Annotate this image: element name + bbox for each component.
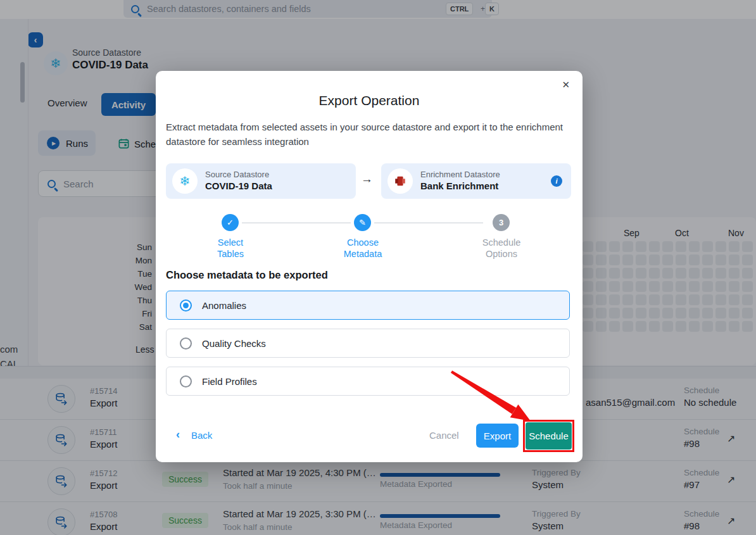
stepper-connector [374,222,483,223]
step-label: Choose [318,237,407,248]
annotation-arrow [443,363,538,426]
option-label: Quality Checks [202,338,266,349]
snowflake-icon: ❄ [172,168,198,194]
step-label: Metadata [318,248,407,260]
card-name: Bank Enrichment [420,180,498,191]
option-anomalies[interactable]: Anomalies [166,291,570,320]
back-button[interactable]: Back [191,430,212,441]
step-label: Options [457,248,546,260]
radio-unselected-icon[interactable] [180,375,192,387]
pencil-icon: ✎ [359,218,366,227]
step-label: Schedule [457,237,546,248]
option-label: Anomalies [202,300,246,311]
close-icon[interactable]: ✕ [562,79,570,91]
export-button[interactable]: Export [476,424,519,448]
info-icon[interactable]: i [551,175,562,187]
card-name: COVID-19 Data [205,180,272,191]
radio-unselected-icon[interactable] [180,337,192,349]
step-label: Tables [186,248,275,260]
check-icon: ✓ [227,218,234,227]
step-select-tables-circle: ✓ [222,214,239,231]
card-label: Enrichment Datastore [420,170,500,179]
card-label: Source Datastore [205,170,269,179]
enrichment-datastore-card: Enrichment Datastore Bank Enrichment i [381,163,571,199]
arrow-right-icon: → [361,172,373,186]
back-chevron-icon: ‹ [176,428,180,441]
section-heading: Choose metadata to be exported [166,269,328,281]
cancel-button[interactable]: Cancel [429,430,459,441]
source-datastore-card: ❄ Source Datastore COVID-19 Data [166,163,356,199]
stepper-connector [242,222,351,223]
option-quality-checks[interactable]: Quality Checks [166,329,570,358]
step-label: Select [186,237,275,248]
modal-title: Export Operation [156,93,583,108]
modal-description: Extract metadata from selected assets in… [166,120,574,149]
step-schedule-options-circle: 3 [493,214,510,231]
redshift-icon [387,168,413,194]
option-label: Field Profiles [202,376,257,387]
radio-selected-icon[interactable] [180,299,192,312]
step-choose-metadata-circle: ✎ [354,214,371,231]
